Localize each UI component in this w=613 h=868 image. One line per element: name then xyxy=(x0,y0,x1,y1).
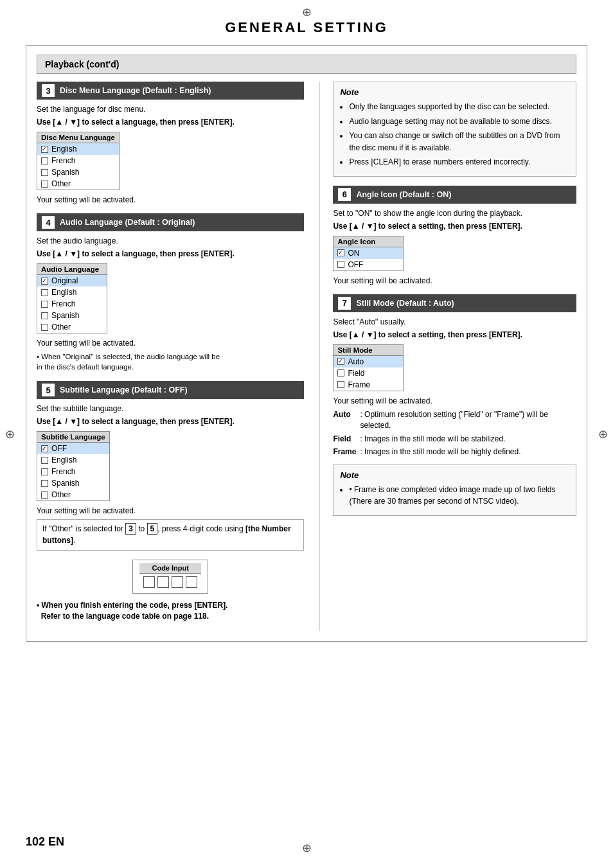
step3-check-english xyxy=(41,146,48,153)
section-header: Playback (cont'd) xyxy=(37,55,576,74)
step3-label-english: English xyxy=(51,145,76,154)
step3-instruction: Use [▲ / ▼] to select a language, then p… xyxy=(37,118,304,127)
step5-title: Subtitle Language (Default : OFF) xyxy=(60,385,188,394)
step7-title: Still Mode (Default : Auto) xyxy=(356,299,454,308)
step6-desc: Set to "ON" to show the angle icon durin… xyxy=(333,209,576,218)
main-content-border: Playback (cont'd) 3 Disc Menu Language (… xyxy=(26,45,587,642)
step5-label-french: French xyxy=(51,467,75,476)
step4-check-original xyxy=(41,278,48,285)
step5-option-off[interactable]: OFF xyxy=(37,443,109,454)
step5-activated: Your setting will be activated. xyxy=(37,506,304,515)
step7-field-row: Field : Images in the still mode will be… xyxy=(333,434,576,445)
page: ⊕ ⊕ ⊕ ⊕ GENERAL SETTING Playback (cont'd… xyxy=(0,0,613,868)
step4-option-original[interactable]: Original xyxy=(37,275,107,287)
note-item-4: Press [CLEAR] to erase numbers entered i… xyxy=(349,156,569,168)
step7-block: 7 Still Mode (Default : Auto) Select "Au… xyxy=(333,294,576,516)
step7-activated: Your setting will be activated. xyxy=(333,396,576,405)
code-square-3 xyxy=(172,576,183,588)
step3-option-other[interactable]: Other xyxy=(37,178,119,190)
step3-dropdown: Disc Menu Language English French Spanis… xyxy=(37,132,120,190)
code-input-title: Code Input xyxy=(139,563,201,574)
note-step7-item: • Frame is one completed video image mad… xyxy=(349,484,569,508)
step3-label-other: Other xyxy=(51,179,71,188)
step4-option-other[interactable]: Other xyxy=(37,321,107,333)
step7-check-auto xyxy=(337,358,344,365)
step3-title: Disc Menu Language (Default : English) xyxy=(60,86,211,95)
step7-auto-val: : Optimum resolution setting ("Field" or… xyxy=(360,409,576,432)
step4-title: Audio Language (Default : Original) xyxy=(60,218,195,227)
step4-option-english[interactable]: English xyxy=(37,287,107,298)
step6-option-on[interactable]: ON xyxy=(333,247,403,259)
step3-check-spanish xyxy=(41,169,48,176)
step4-option-spanish[interactable]: Spanish xyxy=(37,310,107,321)
step4-instruction: Use [▲ / ▼] to select a language, then p… xyxy=(37,249,304,258)
step6-activated: Your setting will be activated. xyxy=(333,276,576,285)
step7-frame-row: Frame : Images in the still mode will be… xyxy=(333,447,576,457)
step7-dropdown-title: Still Mode xyxy=(333,345,403,356)
step6-check-on xyxy=(337,249,344,256)
step5-option-french[interactable]: French xyxy=(37,466,109,477)
step5-option-other[interactable]: Other xyxy=(37,489,109,500)
step5-check-spanish xyxy=(41,480,48,487)
step7-field-val: : Images in the still mode will be stabi… xyxy=(360,434,505,445)
step7-instruction: Use [▲ / ▼] to select a setting, then pr… xyxy=(333,330,576,339)
step4-label-other: Other xyxy=(51,323,71,332)
step4-block: 4 Audio Language (Default : Original) Se… xyxy=(37,213,304,372)
code-square-1 xyxy=(143,576,155,588)
step6-option-off[interactable]: OFF xyxy=(333,259,403,270)
crosshair-bottom-icon: ⊕ xyxy=(302,841,312,855)
note-box-step7-list: • Frame is one completed video image mad… xyxy=(340,484,569,508)
step4-label-english: English xyxy=(51,288,76,297)
step4-option-french[interactable]: French xyxy=(37,298,107,310)
step7-desc: Select "Auto" usually. xyxy=(333,317,576,326)
step3-option-spanish[interactable]: Spanish xyxy=(37,166,119,178)
step6-block: 6 Angle Icon (Default : ON) Set to "ON" … xyxy=(333,186,576,285)
step5-option-spanish[interactable]: Spanish xyxy=(37,477,109,489)
step7-check-field xyxy=(337,369,344,376)
step5-option-english[interactable]: English xyxy=(37,454,109,466)
two-column-layout: 3 Disc Menu Language (Default : English)… xyxy=(37,82,576,631)
crosshair-right-icon: ⊕ xyxy=(598,427,608,441)
step3-option-english[interactable]: English xyxy=(37,143,119,155)
step6-check-off xyxy=(337,261,344,268)
code-squares-row xyxy=(139,574,201,590)
step5-final-bold-note: • When you finish entering the code, pre… xyxy=(37,600,304,622)
step7-check-frame xyxy=(337,381,344,388)
step4-check-french xyxy=(41,301,48,308)
step4-label-original: Original xyxy=(51,276,78,285)
step4-check-spanish xyxy=(41,312,48,319)
step4-check-other xyxy=(41,324,48,331)
step3-block: 3 Disc Menu Language (Default : English)… xyxy=(37,82,304,204)
step6-number: 6 xyxy=(338,188,351,201)
note-item-1: Only the languages supported by the disc… xyxy=(349,101,569,113)
step5-label-off: OFF xyxy=(51,444,67,453)
step4-label-spanish: Spanish xyxy=(51,311,79,320)
step5-desc: Set the subtitle language. xyxy=(37,404,304,413)
step4-activated: Your setting will be activated. xyxy=(37,339,304,348)
step7-mode-descriptions: Auto : Optimum resolution setting ("Fiel… xyxy=(333,409,576,458)
page-number: 102 EN xyxy=(26,835,64,849)
step7-auto-key: Auto xyxy=(333,409,360,432)
step4-dropdown: Audio Language Original English French xyxy=(37,263,107,333)
step3-check-french xyxy=(41,157,48,164)
step3-check-other xyxy=(41,181,48,188)
code-square-4 xyxy=(186,576,197,588)
step3-option-french[interactable]: French xyxy=(37,155,119,166)
right-column: Note Only the languages supported by the… xyxy=(319,82,576,631)
step6-label-on: ON xyxy=(348,249,359,258)
step7-option-auto[interactable]: Auto xyxy=(333,356,403,368)
step5-check-other xyxy=(41,492,48,499)
step7-option-frame[interactable]: Frame xyxy=(333,379,403,391)
step5-block: 5 Subtitle Language (Default : OFF) Set … xyxy=(37,381,304,621)
step7-number: 7 xyxy=(338,297,351,310)
code-input-box: Code Input xyxy=(132,560,208,594)
step5-label-english: English xyxy=(51,456,76,465)
step3-activated: Your setting will be activated. xyxy=(37,195,304,204)
step5-check-english xyxy=(41,457,48,464)
step5-header: 5 Subtitle Language (Default : OFF) xyxy=(37,381,304,399)
step7-option-field[interactable]: Field xyxy=(333,368,403,379)
step4-number: 4 xyxy=(42,216,55,229)
step5-code-note: If "Other" is selected for 3 to 5, press… xyxy=(37,519,304,551)
step5-dropdown-title: Subtitle Language xyxy=(37,432,109,443)
step3-label-french: French xyxy=(51,156,75,165)
